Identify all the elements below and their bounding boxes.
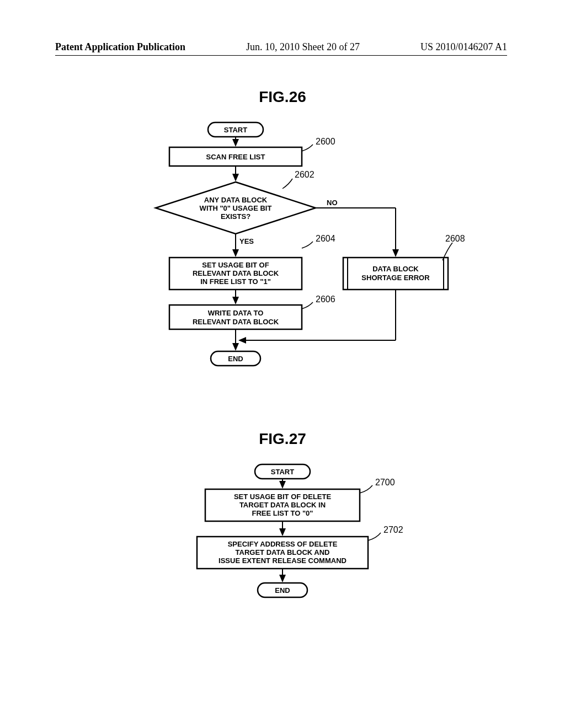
end-node-27: END <box>258 583 307 597</box>
svg-text:TARGET DATA BLOCK AND: TARGET DATA BLOCK AND <box>236 548 330 556</box>
ref-2606: 2606 <box>316 295 335 304</box>
svg-text:SET USAGE BIT OF DELETE: SET USAGE BIT OF DELETE <box>234 493 332 501</box>
svg-text:SPECIFY ADDRESS OF DELETE: SPECIFY ADDRESS OF DELETE <box>228 540 338 548</box>
svg-text:WITH "0" USAGE BIT: WITH "0" USAGE BIT <box>200 204 272 212</box>
fig27-container: FIG.27 START SET USAGE BIT OF DELETE TAR… <box>0 430 565 630</box>
ref-2702: 2702 <box>383 525 403 534</box>
ref-2602: 2602 <box>295 170 315 179</box>
step-2700: SET USAGE BIT OF DELETE TARGET DATA BLOC… <box>205 489 360 521</box>
ref-2700: 2700 <box>375 478 395 487</box>
fig26-title: FIG.26 <box>0 88 565 106</box>
header-right: US 2010/0146207 A1 <box>420 41 507 53</box>
decision-2602: ANY DATA BLOCK WITH "0" USAGE BIT EXISTS… <box>156 182 316 234</box>
svg-text:ISSUE EXTENT RELEASE COMMAND: ISSUE EXTENT RELEASE COMMAND <box>218 556 347 565</box>
svg-text:END: END <box>275 586 290 595</box>
yes-label: YES <box>239 237 254 245</box>
patent-page: Patent Application Publication Jun. 10, … <box>0 0 565 728</box>
ref-2608: 2608 <box>445 234 465 243</box>
fig26-container: FIG.26 START SCAN FREE LIST 2600 <box>0 88 565 382</box>
svg-text:IN FREE LIST TO "1": IN FREE LIST TO "1" <box>200 277 271 286</box>
svg-text:WRITE DATA TO: WRITE DATA TO <box>208 309 264 317</box>
svg-text:START: START <box>271 468 294 476</box>
step-2606: WRITE DATA TO RELEVANT DATA BLOCK <box>169 305 302 329</box>
svg-text:SCAN FREE LIST: SCAN FREE LIST <box>206 153 265 161</box>
svg-text:FREE LIST TO "0": FREE LIST TO "0" <box>252 509 313 517</box>
svg-text:EXISTS?: EXISTS? <box>221 212 250 221</box>
svg-text:ANY DATA BLOCK: ANY DATA BLOCK <box>204 196 268 204</box>
ref-2600: 2600 <box>316 137 335 146</box>
svg-text:TARGET DATA BLOCK IN: TARGET DATA BLOCK IN <box>239 501 326 509</box>
step-2604: SET USAGE BIT OF RELEVANT DATA BLOCK IN … <box>169 258 302 290</box>
svg-text:RELEVANT DATA BLOCK: RELEVANT DATA BLOCK <box>193 269 279 277</box>
svg-text:START: START <box>224 126 247 134</box>
no-label: NO <box>327 199 338 207</box>
page-header: Patent Application Publication Jun. 10, … <box>55 41 507 56</box>
ref-2604: 2604 <box>316 234 335 243</box>
step-2608: DATA BLOCK SHORTAGE ERROR <box>343 258 448 290</box>
fig27-title: FIG.27 <box>0 430 565 448</box>
header-center: Jun. 10, 2010 Sheet 20 of 27 <box>246 41 371 53</box>
header-left: Patent Application Publication <box>55 41 196 53</box>
svg-text:SET USAGE BIT OF: SET USAGE BIT OF <box>202 261 269 269</box>
end-node: END <box>211 351 260 366</box>
fig26-flowchart: START SCAN FREE LIST 2600 2602 ANY DATA … <box>95 106 470 382</box>
fig27-flowchart: START SET USAGE BIT OF DELETE TARGET DAT… <box>95 448 470 630</box>
start-node-27: START <box>255 464 310 479</box>
step-2702: SPECIFY ADDRESS OF DELETE TARGET DATA BL… <box>197 537 368 569</box>
svg-text:SHORTAGE ERROR: SHORTAGE ERROR <box>361 274 430 282</box>
svg-text:END: END <box>228 355 243 363</box>
svg-text:DATA BLOCK: DATA BLOCK <box>372 265 419 273</box>
svg-text:RELEVANT DATA BLOCK: RELEVANT DATA BLOCK <box>193 318 279 326</box>
start-node: START <box>208 122 263 137</box>
step-2600: SCAN FREE LIST <box>169 147 302 166</box>
